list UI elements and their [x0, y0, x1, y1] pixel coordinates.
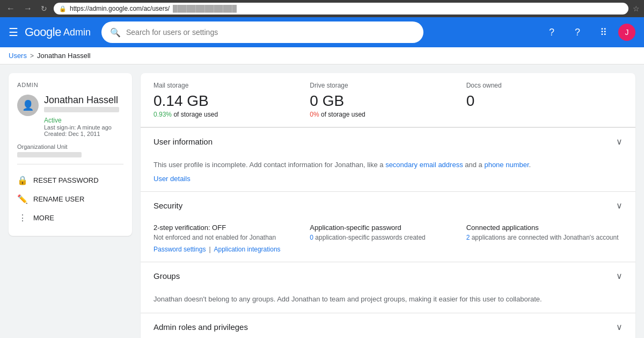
breadcrumb-users-link[interactable]: Users [9, 52, 27, 60]
support-icon: ? [575, 27, 580, 38]
more-vert-icon: ⋮ [17, 213, 28, 223]
connected-apps-count: 2 [466, 234, 470, 241]
mail-storage-value: 0.14 GB [153, 92, 310, 110]
user-full-name: Jonathan Hassell [44, 95, 123, 106]
docs-owned-value: 0 [466, 92, 623, 110]
browser-chrome: ← → ↻ 🔒 https://admin.google.com/ac/user… [0, 0, 644, 17]
forward-button[interactable]: → [21, 3, 34, 15]
connected-apps-desc: 2 applications are connected with Jonath… [466, 234, 623, 241]
groups-header[interactable]: Groups ∨ [141, 262, 635, 290]
url-redacted: ██████████████ [173, 5, 237, 12]
user-information-message: This user profile is incomplete. Add con… [153, 160, 623, 170]
mail-storage-label: Mail storage [153, 82, 310, 89]
user-avatar-button[interactable]: J [618, 24, 635, 41]
rename-user-button[interactable]: ✏️ RENAME USER [17, 190, 123, 208]
security-chevron-icon: ∨ [616, 200, 623, 211]
security-header[interactable]: Security ∨ [141, 192, 635, 219]
right-panel: Mail storage 0.14 GB 0.93% of storage us… [141, 73, 635, 338]
security-links: Password settings | Application integrat… [153, 241, 623, 253]
connected-apps-item: Connected applications 2 applications ar… [466, 224, 623, 241]
admin-roles-section: Admin roles and privileges ∨ Roles Super… [141, 313, 635, 338]
help-circle-icon: ? [549, 27, 554, 38]
edit-icon: ✏️ [17, 194, 28, 204]
user-details-link[interactable]: User details [153, 170, 623, 183]
security-grid: 2-step verification: OFF Not enforced an… [153, 224, 623, 241]
nav-icons: ? ? ⠿ J [541, 21, 635, 43]
docs-owned-label: Docs owned [466, 82, 623, 89]
drive-storage-label: Drive storage [310, 82, 466, 89]
more-label: MORE [33, 214, 54, 222]
org-unit-section: Organizational Unit [17, 143, 123, 157]
security-title: Security [153, 201, 182, 210]
cards-wrapper: Mail storage 0.14 GB 0.93% of storage us… [141, 73, 635, 338]
connected-apps-title: Connected applications [466, 224, 623, 232]
groups-body: Jonathan doesn't belong to any groups. A… [141, 290, 635, 313]
app-password-item: Application-specific password 0 applicat… [310, 224, 466, 241]
breadcrumb-separator: > [30, 52, 34, 60]
user-information-body: This user profile is incomplete. Add con… [141, 155, 635, 191]
reset-password-label: RESET PASSWORD [33, 176, 99, 184]
security-section: Security ∨ 2-step verification: OFF Not … [141, 191, 635, 262]
url-text: https://admin.google.com/ac/users/ [70, 5, 170, 12]
user-profile-section: 👤 Jonathan Hassell Active Last sign-in: … [17, 95, 123, 137]
url-bar[interactable]: 🔒 https://admin.google.com/ac/users/ ███… [54, 3, 628, 15]
admin-roles-chevron-icon: ∨ [616, 322, 623, 332]
groups-title: Groups [153, 271, 180, 281]
user-email-redacted [44, 107, 119, 112]
admin-roles-header[interactable]: Admin roles and privileges ∨ [141, 313, 635, 338]
top-navigation: ☰ Google Admin 🔍 ? ? ⠿ J [0, 17, 644, 47]
docs-owned-item: Docs owned 0 [466, 82, 623, 118]
password-settings-link[interactable]: Password settings [153, 246, 206, 253]
user-status-active: Active [44, 117, 123, 124]
reload-button[interactable]: ↻ [39, 3, 49, 14]
admin-badge: ADMIN [17, 82, 123, 88]
org-unit-value [17, 152, 82, 157]
drive-storage-meta: 0% of storage used [310, 111, 466, 118]
app-logo: Google Admin [25, 25, 91, 39]
search-input[interactable] [126, 28, 415, 37]
support-icon-button[interactable]: ? [567, 21, 588, 43]
app-integrations-link[interactable]: Application integrations [214, 246, 281, 253]
panel-divider [17, 164, 123, 164]
mail-storage-item: Mail storage 0.14 GB 0.93% of storage us… [153, 82, 310, 118]
user-created-date: Created: Dec 1, 2011 [44, 131, 123, 137]
back-button[interactable]: ← [4, 3, 17, 15]
drive-storage-suffix: of storage used [321, 111, 365, 118]
search-bar[interactable]: 🔍 [101, 21, 423, 43]
drive-storage-value: 0 GB [310, 92, 466, 110]
lock-icon: 🔒 [59, 5, 67, 12]
phone-number-link[interactable]: phone number [484, 161, 529, 169]
apps-grid-icon: ⠿ [600, 26, 607, 38]
user-information-title: User information [153, 137, 213, 146]
user-information-header[interactable]: User information ∨ [141, 128, 635, 155]
search-icon: 🔍 [110, 27, 121, 38]
user-last-signin: Last sign-in: A minute ago [44, 124, 123, 131]
app-password-title: Application-specific password [310, 224, 466, 232]
mail-storage-percent: 0.93% [153, 111, 172, 118]
reset-password-button[interactable]: 🔒 RESET PASSWORD [17, 171, 123, 190]
apps-grid-button[interactable]: ⠿ [592, 21, 614, 43]
help-icon-button[interactable]: ? [541, 21, 562, 43]
user-left-panel: ADMIN 👤 Jonathan Hassell Active Last sig… [9, 73, 132, 236]
org-unit-label: Organizational Unit [17, 143, 123, 150]
hamburger-menu-icon[interactable]: ☰ [9, 26, 18, 39]
main-content: ADMIN 👤 Jonathan Hassell Active Last sig… [0, 64, 644, 338]
more-actions-button[interactable]: ⋮ MORE [17, 208, 123, 227]
admin-logo-text: Admin [63, 27, 91, 38]
groups-chevron-icon: ∨ [616, 271, 623, 281]
two-step-desc: Not enforced and not enabled for Jonatha… [153, 234, 310, 241]
secondary-email-link[interactable]: secondary email address [385, 161, 463, 169]
browser-actions: ☆ [633, 4, 640, 13]
breadcrumb-current-page: Jonathan Hassell [37, 52, 91, 60]
groups-section: Groups ∨ Jonathan doesn't belong to any … [141, 262, 635, 313]
app-password-suffix: application-specific passwords created [315, 234, 425, 241]
two-step-title: 2-step verification: OFF [153, 224, 310, 232]
mail-storage-meta: 0.93% of storage used [153, 111, 310, 118]
user-information-chevron-icon: ∨ [616, 136, 623, 147]
admin-roles-title: Admin roles and privileges [153, 322, 248, 332]
lock-reset-icon: 🔒 [17, 175, 28, 185]
bookmark-icon[interactable]: ☆ [633, 4, 640, 13]
rename-user-label: RENAME USER [33, 195, 84, 203]
security-links-separator: | [209, 246, 210, 253]
app-password-count: 0 [310, 234, 313, 241]
